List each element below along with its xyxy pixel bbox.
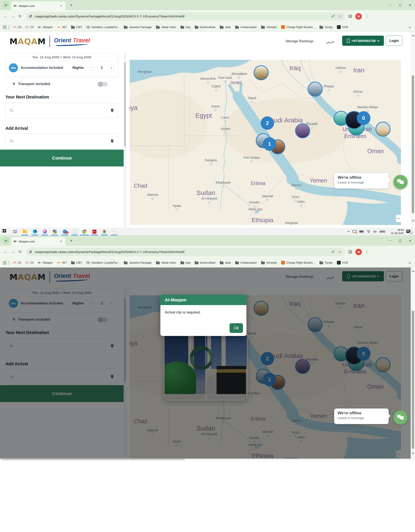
profile-avatar[interactable]: N <box>355 249 362 255</box>
forward-button[interactable] <box>9 13 16 20</box>
extensions-puzzle-icon[interactable] <box>348 14 352 19</box>
language-indicator[interactable]: ENG <box>380 230 385 233</box>
bookmark-item[interactable]: WTWT <box>55 24 69 30</box>
taskbar-app-snip[interactable] <box>109 228 119 235</box>
bookmark-item[interactable]: Akbar Alam <box>154 24 178 30</box>
bookmark-item[interactable]: Ambassador <box>233 24 259 30</box>
address-bar[interactable]: maqamqa2web.caxita.ca/en/DynamicPackageR… <box>26 248 345 256</box>
bookmark-item[interactable]: VVCR <box>335 260 351 266</box>
tab-close-icon[interactable] <box>59 4 63 8</box>
phone-dropdown[interactable]: +971600562726 <box>342 36 384 46</box>
bookmark-item[interactable]: VVCR <box>335 24 351 30</box>
forward-button[interactable] <box>9 248 16 256</box>
tab-search-button[interactable] <box>2 1 10 9</box>
scroll-up-icon[interactable] <box>412 270 414 272</box>
page-scrollbar[interactable] <box>411 267 415 460</box>
marker-riyadh[interactable] <box>296 124 310 138</box>
url-text[interactable]: maqamqa2web.caxita.ca/en/DynamicPackageR… <box>35 14 330 18</box>
trip-summary-card[interactable]: Tue. 12 Aug 2025 > Wed. 13 Aug 2025 Acco… <box>6 53 118 77</box>
browser-tab[interactable]: MR Maqam.com <box>11 237 65 246</box>
site-settings-icon[interactable] <box>29 250 32 254</box>
chat-button[interactable] <box>393 410 408 425</box>
marker-muscat[interactable] <box>376 122 390 136</box>
minimize-icon[interactable] <box>385 0 395 10</box>
taskbar-app-notepad[interactable] <box>69 228 79 235</box>
bookmark-item[interactable]: CBT <box>69 24 84 30</box>
apps-grid-icon[interactable] <box>3 26 7 29</box>
taskbar-app-slack[interactable] <box>50 228 60 235</box>
bookmark-item[interactable]: 23 <box>23 260 36 265</box>
tab-close-icon[interactable] <box>59 239 63 243</box>
taskbar-app-filezilla[interactable] <box>89 228 99 235</box>
bookmark-item[interactable]: Jazeera Package <box>122 24 154 30</box>
destination-input-wrap[interactable] <box>5 103 118 118</box>
browser-menu-icon[interactable] <box>365 14 369 19</box>
address-bar[interactable]: maqamqa2web.caxita.ca/en/DynamicPackageR… <box>26 12 345 20</box>
new-tab-button[interactable] <box>69 238 74 244</box>
bookmark-item[interactable]: 20 <box>11 24 23 30</box>
taskbar-app-chrome[interactable] <box>79 228 89 235</box>
bookmark-item[interactable]: Handlers LoyaltyPoi... <box>84 24 122 30</box>
back-button[interactable] <box>2 13 9 20</box>
bookmark-item[interactable]: Akbar Alam <box>154 260 178 265</box>
bookmark-item[interactable]: tripj <box>178 260 193 265</box>
password-key-icon[interactable] <box>331 250 335 254</box>
taskbar-app-edge[interactable] <box>30 228 40 235</box>
tab-search-button[interactable] <box>2 237 10 244</box>
scroll-down-icon[interactable] <box>412 453 414 454</box>
map-zoom-out-button[interactable]: − <box>396 215 401 222</box>
chat-button[interactable] <box>393 175 408 189</box>
bookmark-item[interactable]: Ambassador <box>233 260 259 265</box>
page-scrollbar[interactable] <box>411 32 415 228</box>
bookmark-item[interactable]: ›Cheap Flight Bookin... <box>279 24 317 30</box>
scroll-up-icon[interactable] <box>412 35 414 36</box>
bookmark-item[interactable]: tripj <box>178 24 193 30</box>
taskbar-app-taskview[interactable] <box>10 228 20 235</box>
scrollbar-thumb[interactable] <box>412 311 414 449</box>
bookmark-item[interactable]: Tyraty <box>317 260 335 265</box>
continue-button[interactable]: Continue <box>0 150 124 166</box>
bookmark-item[interactable]: Handlers LoyaltyPoi... <box>84 260 122 265</box>
chat-offline-card[interactable]: We're offline Leave a message <box>334 173 389 189</box>
bookmark-item[interactable]: 20 <box>11 260 23 265</box>
bookmark-item[interactable]: ›Cheap Flight Bookin... <box>279 260 317 266</box>
brand-logos[interactable]: MAQAM OrientTravel <box>10 35 90 48</box>
apps-grid-icon[interactable] <box>3 261 7 265</box>
bookmark-item[interactable]: Tyraty <box>317 24 335 30</box>
bookmark-item[interactable]: Jazeera Package <box>122 260 154 265</box>
bookmark-star-icon[interactable] <box>338 249 342 254</box>
password-key-icon[interactable] <box>331 14 335 19</box>
site-settings-icon[interactable] <box>29 15 32 18</box>
panel-scrollbar-thumb[interactable] <box>124 62 126 146</box>
browser-tab[interactable]: MR Maqam.com <box>11 1 65 10</box>
maximize-icon[interactable] <box>395 0 405 10</box>
map[interactable]: IraqIranIsraelEgyptLibyaSaudi ArabiaUnit… <box>130 60 401 225</box>
reload-button[interactable] <box>16 248 24 256</box>
bookmark-item[interactable]: booksulthan <box>193 24 218 30</box>
transport-toggle[interactable] <box>98 82 108 86</box>
taskbar-app-paint[interactable] <box>40 228 50 235</box>
tray-expand-icon[interactable] <box>347 230 350 233</box>
profile-avatar[interactable]: N <box>355 13 362 20</box>
bookmark-item[interactable]: Almirjah <box>259 260 279 265</box>
nights-plus-button[interactable]: + <box>108 65 115 71</box>
taskbar-app-start[interactable] <box>0 228 10 235</box>
manage-bookings-link[interactable]: Manage Bookings <box>286 39 313 43</box>
horizontal-scrollbar[interactable] <box>0 459 411 460</box>
reload-button[interactable] <box>16 13 24 20</box>
scroll-down-icon[interactable] <box>412 220 414 222</box>
bookmarks-overflow-icon[interactable] <box>407 25 412 29</box>
taskbar-app-thunderbird[interactable]: 1 <box>60 228 69 235</box>
language-toggle[interactable]: عربي <box>326 39 334 44</box>
battery-icon[interactable] <box>359 230 364 233</box>
action-center[interactable]: 2 <box>406 229 413 234</box>
new-tab-button[interactable] <box>69 3 74 8</box>
minimize-icon[interactable] <box>385 236 395 246</box>
ok-button[interactable]: Ok <box>229 323 243 333</box>
close-icon[interactable] <box>405 236 415 246</box>
bookmark-item[interactable]: 23 <box>23 24 36 30</box>
back-button[interactable] <box>2 248 9 256</box>
bookmark-item[interactable]: attar <box>218 24 233 30</box>
taskbar-app-explorer[interactable] <box>20 228 30 235</box>
login-button[interactable]: Login <box>385 36 403 46</box>
